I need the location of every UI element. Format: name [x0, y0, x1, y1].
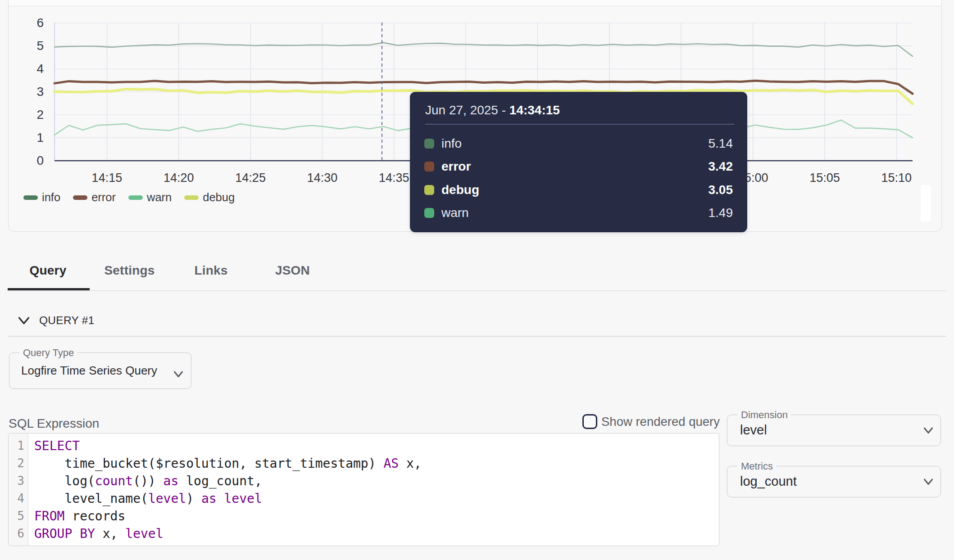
- y-tick-label: 1: [36, 131, 44, 145]
- tab-bar-border: [8, 290, 946, 291]
- x-tick-label: 14:25: [235, 171, 266, 185]
- query-type-label: Query Type: [19, 347, 77, 359]
- tooltip-series-value: 3.42: [709, 159, 733, 174]
- legend-label: info: [42, 191, 60, 204]
- tab-settings[interactable]: Settings: [89, 252, 170, 289]
- tooltip-rows: info5.14error3.42debug3.05warn1.49: [424, 132, 733, 225]
- tooltip-series-value: 5.14: [709, 136, 733, 151]
- show-rendered-query-checkbox[interactable]: [582, 414, 597, 429]
- query-section-title: QUERY #1: [39, 314, 95, 327]
- legend-item-debug[interactable]: debug: [184, 191, 235, 204]
- legend-label: debug: [203, 191, 235, 204]
- tooltip-swatch-warn: [424, 208, 434, 218]
- legend-swatch-warn: [128, 195, 143, 200]
- code-line-3: log(count()) as log_count,: [34, 472, 422, 490]
- line-number: 3: [9, 472, 28, 490]
- tooltip-timestamp: Jun 27, 2025 - 14:34:15: [424, 104, 733, 117]
- tooltip-series-value: 3.05: [709, 183, 733, 197]
- line-number: 6: [9, 525, 28, 542]
- tab-links[interactable]: Links: [170, 252, 252, 289]
- tooltip-row-debug: debug3.05: [424, 178, 733, 202]
- legend-label: error: [91, 191, 116, 204]
- x-tick-label: 14:15: [92, 171, 123, 185]
- x-tick-label: 14:20: [164, 171, 194, 185]
- scrollbar-thumb[interactable]: [921, 185, 931, 221]
- chevron-down-icon: [18, 316, 30, 325]
- x-tick-label: 15:05: [809, 171, 840, 185]
- x-tick-label: 14:30: [307, 171, 338, 185]
- x-tick-label: 15:10: [881, 171, 912, 185]
- y-tick-label: 3: [36, 85, 44, 99]
- sql-editor-gutter: 123456: [9, 434, 28, 546]
- y-tick-label: 5: [36, 39, 44, 53]
- dimension-value: level: [740, 423, 767, 438]
- code-line-5: FROM records: [34, 507, 422, 525]
- tooltip-row-error: error3.42: [424, 155, 733, 179]
- tooltip-swatch-info: [424, 139, 434, 149]
- line-number: 5: [9, 507, 28, 525]
- y-tick-label: 2: [36, 108, 44, 122]
- tooltip-series-name: debug: [441, 183, 479, 197]
- dimension-select[interactable]: Dimension level: [727, 415, 941, 446]
- dimension-label: Dimension: [737, 409, 791, 421]
- tooltip-series-name: info: [441, 136, 462, 151]
- chevron-down-icon: [923, 478, 933, 486]
- legend-item-warn[interactable]: warn: [128, 191, 172, 204]
- tab-query[interactable]: Query: [7, 252, 89, 289]
- tooltip-row-warn: warn1.49: [424, 202, 733, 225]
- legend-item-error[interactable]: error: [73, 191, 116, 204]
- legend-item-info[interactable]: info: [23, 191, 60, 204]
- chart-tooltip: Jun 27, 2025 - 14:34:15 info5.14error3.4…: [410, 92, 747, 232]
- tooltip-row-info: info5.14: [424, 132, 733, 155]
- chart-legend: infoerrorwarndebug: [23, 191, 235, 204]
- metrics-value: log_count: [740, 474, 797, 489]
- metrics-select[interactable]: Metrics log_count: [727, 466, 941, 497]
- y-tick-label: 0: [36, 154, 44, 167]
- line-number: 4: [9, 490, 28, 507]
- tooltip-series-name: error: [441, 159, 471, 174]
- sql-editor[interactable]: 123456 SELECT time_bucket($resolution, s…: [8, 433, 719, 546]
- tooltip-divider: [425, 124, 734, 125]
- line-number: 1: [9, 437, 28, 455]
- tooltip-swatch-error: [424, 162, 434, 172]
- query-type-value: Logfire Time Series Query: [21, 364, 157, 378]
- y-tick-label: 4: [36, 62, 44, 76]
- series-line-info: [55, 43, 913, 56]
- code-line-2: time_bucket($resolution, start_timestamp…: [34, 455, 422, 472]
- query-section-header[interactable]: QUERY #1: [18, 314, 95, 327]
- code-line-1: SELECT: [34, 437, 422, 455]
- chevron-down-icon: [173, 370, 183, 378]
- legend-swatch-debug: [184, 195, 199, 200]
- metrics-label: Metrics: [737, 461, 777, 472]
- y-tick-label: 6: [36, 16, 44, 30]
- x-tick-label: 14:35: [379, 171, 409, 185]
- legend-label: warn: [147, 191, 172, 204]
- tooltip-swatch-debug: [424, 185, 434, 195]
- tooltip-series-name: warn: [441, 206, 469, 220]
- tab-json[interactable]: JSON: [252, 252, 333, 289]
- legend-swatch-error: [73, 195, 87, 200]
- show-rendered-query-control: Show rendered query: [582, 414, 720, 429]
- code-line-6: GROUP BY x, level: [34, 525, 422, 542]
- section-divider: [8, 336, 946, 337]
- sql-expression-label: SQL Expression: [9, 416, 99, 431]
- code-line-4: level_name(level) as level: [34, 490, 422, 507]
- line-number: 2: [9, 455, 28, 472]
- chevron-down-icon: [923, 427, 933, 434]
- tab-bar: QuerySettingsLinksJSON: [7, 252, 333, 289]
- show-rendered-query-label: Show rendered query: [601, 415, 720, 429]
- sql-editor-code[interactable]: SELECT time_bucket($resolution, start_ti…: [28, 434, 422, 546]
- legend-swatch-info: [23, 195, 38, 200]
- tooltip-series-value: 1.49: [709, 206, 733, 220]
- query-type-select[interactable]: Query Type Logfire Time Series Query: [9, 352, 191, 389]
